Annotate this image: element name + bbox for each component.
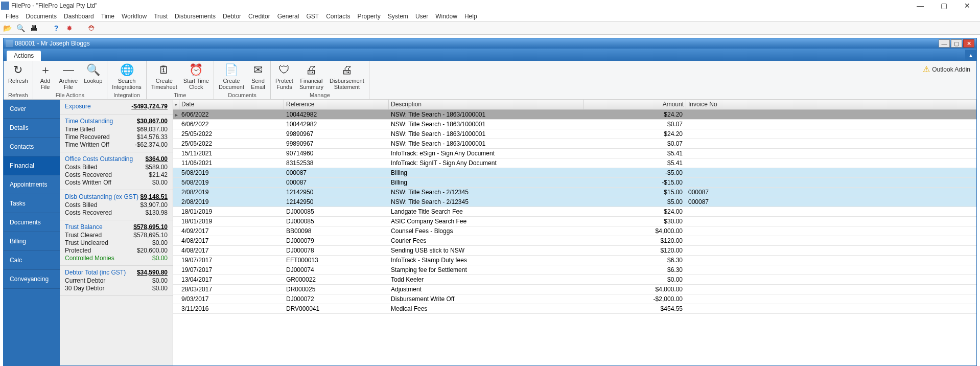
summary-row-value: $14,576.33 xyxy=(137,133,168,141)
add-file-button[interactable]: ＋AddFile xyxy=(35,61,56,91)
tab-actions[interactable]: Actions xyxy=(7,51,41,61)
protect-funds-label: ProtectFunds xyxy=(275,78,293,90)
nav-appointments[interactable]: Appointments xyxy=(4,175,60,194)
menu-creditor[interactable]: Creditor xyxy=(245,13,274,20)
outlook-addin-warning[interactable]: ⚠ Outlook Addin xyxy=(919,61,974,77)
nav-contacts[interactable]: Contacts xyxy=(4,138,60,156)
child-restore-button[interactable]: ▢ xyxy=(951,39,962,48)
summary-head-value: $9,148.51 xyxy=(141,193,168,200)
menu-general[interactable]: General xyxy=(274,13,303,20)
table-row[interactable]: 5/08/2019000087Billing-$15.00 xyxy=(173,178,976,188)
menu-window[interactable]: Window xyxy=(432,13,461,20)
col-header-description[interactable]: Description xyxy=(389,100,584,109)
cell: BB00098 xyxy=(284,226,389,236)
menu-documents[interactable]: Documents xyxy=(22,13,60,20)
window-restore-button[interactable]: ▢ xyxy=(932,0,955,11)
start-time-clock-button[interactable]: ⏰Start TimeClock xyxy=(181,61,212,91)
nav-documents[interactable]: Documents xyxy=(4,213,60,232)
print-icon[interactable]: 🖶 xyxy=(29,23,39,33)
cell: InfoTrack: eSign - Sign Any Document xyxy=(389,149,584,158)
nav-cover[interactable]: Cover xyxy=(4,100,60,119)
grid-body[interactable]: ▸6/06/2022100442982NSW: Title Search - 1… xyxy=(173,110,976,365)
menu-property[interactable]: Property xyxy=(354,13,384,20)
nav-financial[interactable]: Financial xyxy=(4,156,60,175)
menu-gst[interactable]: GST xyxy=(302,13,322,20)
table-row[interactable]: 15/11/202190714960InfoTrack: eSign - Sig… xyxy=(173,149,976,158)
table-row[interactable]: 3/11/2016DRV000041Medical Fees$454.55 xyxy=(173,304,976,314)
col-header-amount[interactable]: Amount xyxy=(584,100,686,109)
table-row[interactable]: 4/09/2017BB00098Counsel Fees - Bloggs$4,… xyxy=(173,226,976,236)
table-row[interactable]: ▸6/06/2022100442982NSW: Title Search - 1… xyxy=(173,110,976,120)
menu-workflow[interactable]: Workflow xyxy=(118,13,150,20)
table-row[interactable]: 6/06/2022100442982NSW: Title Search - 18… xyxy=(173,120,976,129)
menu-files[interactable]: Files xyxy=(2,13,22,20)
nav-details[interactable]: Details xyxy=(4,119,60,138)
summary-head-label: Time Outstanding xyxy=(65,118,113,125)
cell xyxy=(686,152,976,154)
nav-billing[interactable]: Billing xyxy=(4,232,60,251)
window-minimize-button[interactable]: — xyxy=(908,0,932,11)
table-row[interactable]: 2/08/201912142950NSW: Title Search - 2/1… xyxy=(173,188,976,197)
table-row[interactable]: 19/07/2017EFT000013InfoTrack - Stamp Dut… xyxy=(173,256,976,265)
lookup-button[interactable]: 🔍Lookup xyxy=(81,61,105,85)
col-header-date[interactable]: Date xyxy=(179,100,284,109)
grid-column-selector-icon[interactable]: ▾ xyxy=(173,100,179,109)
disbursement-statement-button[interactable]: 🖨DisbursementStatement xyxy=(327,61,367,91)
table-row[interactable]: 4/08/2017DJ000079Courier Fees$120.00 xyxy=(173,236,976,246)
table-row[interactable]: 19/07/2017DJ000074Stamping fee for Settl… xyxy=(173,265,976,275)
cell: 9/03/2017 xyxy=(179,294,284,304)
menu-contacts[interactable]: Contacts xyxy=(322,13,354,20)
table-row[interactable]: 25/05/202299890967NSW: Title Search - 18… xyxy=(173,129,976,139)
table-row[interactable]: 18/01/2019DJ000085Landgate Title Search … xyxy=(173,207,976,217)
table-row[interactable]: 18/01/2019DJ000085ASIC Company Search Fe… xyxy=(173,217,976,226)
warning-icon[interactable]: ✸ xyxy=(64,23,75,33)
refresh-button[interactable]: ↻Refresh xyxy=(6,61,31,85)
menu-trust[interactable]: Trust xyxy=(150,13,171,20)
create-timesheet-button[interactable]: 🗓CreateTimesheet xyxy=(149,61,180,91)
table-row[interactable]: 9/03/2017DJ000072Disbursement Write Off-… xyxy=(173,294,976,304)
menu-user[interactable]: User xyxy=(412,13,432,20)
table-row[interactable]: 4/08/2017DJ000078Sending USB stick to NS… xyxy=(173,246,976,256)
warning-triangle-icon: ⚠ xyxy=(923,64,930,74)
protect-funds-button[interactable]: 🛡ProtectFunds xyxy=(273,61,296,91)
help-icon[interactable]: ? xyxy=(51,23,61,33)
col-header-invoice[interactable]: Invoice No xyxy=(686,100,976,109)
table-row[interactable]: 13/04/2017GR000022Todd Keeler$0.00 xyxy=(173,275,976,285)
send-email-button[interactable]: ✉SendEmail xyxy=(248,61,268,91)
summary-row-label: Costs Recovered xyxy=(65,171,112,179)
menu-help[interactable]: Help xyxy=(461,13,481,20)
table-row[interactable]: 28/03/2017DR000025Adjustment$4,000.00 xyxy=(173,285,976,294)
table-row[interactable]: 2/08/201912142950NSW: Title Search - 2/1… xyxy=(173,197,976,207)
create-document-button[interactable]: 📄CreateDocument xyxy=(216,61,247,91)
menu-system[interactable]: System xyxy=(384,13,412,20)
ribbon-group-documents: 📄CreateDocument✉SendEmailDocuments xyxy=(214,61,271,99)
quick-toolbar: 📂 🔍 🖶 ? ✸ ⛑ xyxy=(0,21,980,35)
window-close-button[interactable]: ✕ xyxy=(955,0,979,11)
summary-row-label: Controlled Monies xyxy=(65,255,114,262)
archive-file-button[interactable]: —ArchiveFile xyxy=(57,61,81,91)
open-icon[interactable]: 📂 xyxy=(2,23,12,33)
search-small-icon[interactable]: 🔍 xyxy=(15,23,26,33)
ribbon-collapse-button[interactable]: ▴ xyxy=(965,50,976,61)
ribbon-group-label: File Actions xyxy=(35,92,105,99)
financial-summary-pane: Exposure-$493,724.79Time Outstanding$30,… xyxy=(60,100,173,365)
hat-icon[interactable]: ⛑ xyxy=(87,23,97,33)
nav-calc[interactable]: Calc xyxy=(4,251,60,270)
menu-dashboard[interactable]: Dashboard xyxy=(60,13,98,20)
menu-debtor[interactable]: Debtor xyxy=(219,13,245,20)
summary-row-value: $0.00 xyxy=(152,277,168,285)
menu-time[interactable]: Time xyxy=(98,13,118,20)
table-row[interactable]: 25/05/202299890967NSW: Title Search - 18… xyxy=(173,139,976,149)
table-row[interactable]: 11/06/202183152538InfoTrack: SignIT - Si… xyxy=(173,158,976,168)
table-row[interactable]: 5/08/2019000087Billing-$5.00 xyxy=(173,168,976,178)
nav-conveyancing[interactable]: Conveyancing xyxy=(4,270,60,289)
summary-row-value: $0.00 xyxy=(152,239,168,247)
child-minimize-button[interactable]: — xyxy=(939,39,950,48)
col-header-reference[interactable]: Reference xyxy=(284,100,389,109)
nav-tasks[interactable]: Tasks xyxy=(4,194,60,213)
summary-row-label: Trust Cleared xyxy=(65,232,102,239)
financial-summary-button[interactable]: 🖨FinancialSummary xyxy=(297,61,326,91)
child-close-button[interactable]: ✕ xyxy=(963,39,974,48)
menu-disbursements[interactable]: Disbursements xyxy=(171,13,219,20)
search-integrations-button[interactable]: 🌐SearchIntegrations xyxy=(109,61,144,91)
